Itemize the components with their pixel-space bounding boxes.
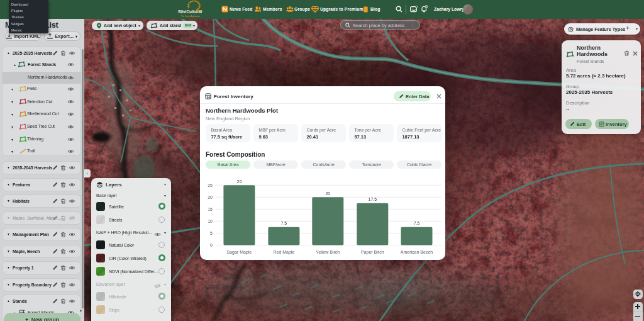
- svg-text:7.5: 7.5: [281, 221, 287, 225]
- svg-text:Red Maple: Red Maple: [273, 250, 294, 255]
- svg-text:25: 25: [237, 179, 242, 184]
- svg-text:Sugar Maple: Sugar Maple: [227, 250, 252, 255]
- svg-text:25: 25: [208, 183, 213, 188]
- svg-text:7.5: 7.5: [414, 221, 420, 225]
- svg-text:15: 15: [208, 207, 213, 211]
- svg-text:20: 20: [208, 195, 213, 200]
- svg-text:0: 0: [210, 243, 213, 247]
- svg-text:17.5: 17.5: [368, 197, 377, 201]
- svg-text:American Beech: American Beech: [401, 250, 433, 254]
- svg-text:20: 20: [325, 191, 330, 196]
- svg-text:Yellow Birch: Yellow Birch: [316, 250, 340, 254]
- svg-text:5: 5: [210, 231, 213, 235]
- svg-text:Paper Birch: Paper Birch: [361, 250, 384, 255]
- svg-text:10: 10: [208, 219, 213, 223]
- svg-text:99: 99: [425, 6, 428, 8]
